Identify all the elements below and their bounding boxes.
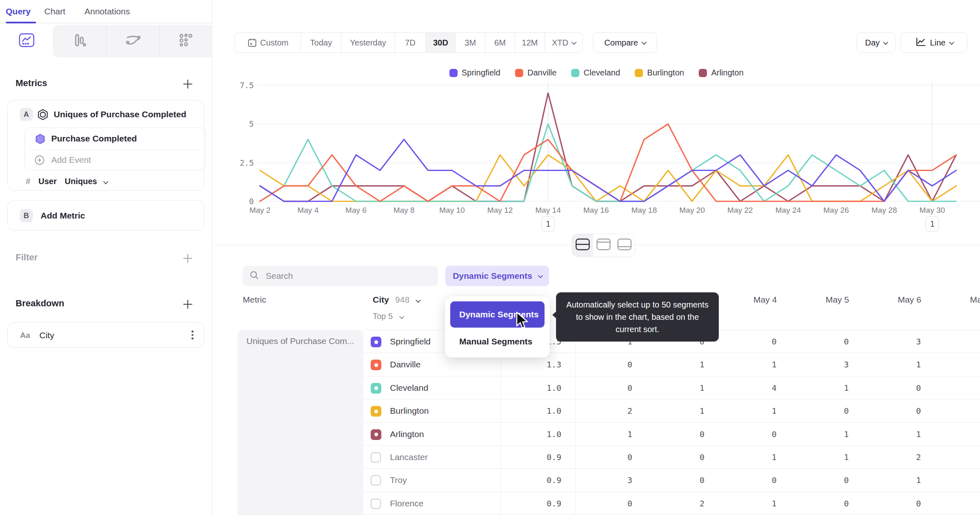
cell-value: 1 (666, 399, 738, 422)
chart-type-bar-tab[interactable] (53, 25, 106, 57)
avg-value: 0.9 (516, 492, 561, 515)
checkbox-unchecked[interactable] (371, 475, 381, 485)
table-row-troy: Troy0.930001 (213, 469, 980, 492)
checkbox-unchecked[interactable] (371, 499, 381, 509)
cell-value: 0 (738, 423, 810, 446)
cell-value: 0 (666, 446, 738, 469)
avg-value: 0.9 (516, 469, 561, 492)
cell-value: 0 (810, 469, 882, 492)
metric-card-a[interactable]: A Uniques of Purchase Completed Purchase… (7, 100, 204, 191)
table-row-burlington: Burlington1.021100 (213, 399, 980, 422)
cell-value: 2 (882, 446, 955, 469)
avg-value: 1.0 (516, 399, 561, 422)
cell-value: 3 (810, 353, 882, 376)
query-sidebar: Query Chart Annotations Metrics A Unique… (0, 0, 212, 515)
checkbox-checked[interactable] (371, 383, 381, 394)
cell-value: 1 (738, 399, 810, 422)
add-metric-plus-button[interactable] (182, 79, 193, 89)
event-hexagon-icon (35, 134, 46, 146)
avg-value: 1.0 (516, 376, 561, 399)
kebab-menu-icon[interactable] (191, 330, 194, 340)
table-row-lancaster: Lancaster0.900112 (213, 446, 980, 469)
chart-type-flow-tab[interactable] (106, 25, 159, 57)
table-row-florence: Florence0.902100 (213, 492, 980, 515)
cell-value: 0 (594, 376, 666, 399)
text-property-icon: Aa (20, 323, 30, 348)
checkbox-unchecked[interactable] (371, 452, 381, 463)
checkbox-checked[interactable] (371, 429, 381, 440)
cell-value: 3 (594, 469, 666, 492)
tooltip-text: Automatically select up to 50 segments t… (566, 300, 709, 334)
hash-icon: # (26, 177, 30, 186)
cell-value: 2 (666, 492, 738, 515)
tab-annotations[interactable]: Annotations (84, 0, 130, 23)
breakdown-city-card[interactable]: Aa City (7, 322, 204, 348)
segments-table: Springfield1.510003Danville1.301131Cleve… (213, 0, 980, 515)
cell-value: 0 (810, 492, 882, 515)
chart-type-line-tab[interactable] (0, 25, 53, 57)
bar-chart-icon (71, 32, 88, 50)
segment-name: Cleveland (390, 376, 428, 399)
cell-value: 0 (738, 469, 810, 492)
chart-type-scatter-tab[interactable] (159, 25, 212, 57)
chart-panel: CustomTodayYesterday7D30D3M6M12MXTD Comp… (213, 0, 980, 515)
cell-value: 0 (594, 353, 666, 376)
cell-value: 0 (594, 446, 666, 469)
table-row-arlington: Arlington1.010011 (213, 423, 980, 446)
line-chart-icon (18, 32, 35, 50)
cell-value: 1 (666, 353, 738, 376)
checkbox-checked[interactable] (371, 337, 381, 347)
menu-item-manual-segments[interactable]: Manual Segments (450, 331, 545, 352)
metric-a-title: Uniques of Purchase Completed (54, 108, 186, 121)
cell-value: 0 (882, 492, 955, 515)
add-metric-button[interactable]: Add Metric (41, 201, 85, 231)
filter-section-title: Filter (16, 252, 38, 263)
checkbox-checked[interactable] (371, 406, 381, 417)
tab-annotations-label: Annotations (84, 7, 130, 16)
checkbox-dot (374, 363, 378, 367)
top-nav: Query Chart Annotations (0, 0, 212, 23)
chevron-down-icon (103, 179, 109, 185)
event-block[interactable]: Purchase Completed Add Event (25, 128, 206, 170)
add-event-button[interactable]: Add Event (51, 149, 91, 171)
segments-tooltip: Automatically select up to 50 segments t… (556, 292, 719, 342)
measure-selector[interactable]: # User Uniques (26, 174, 198, 188)
segment-name: Danville (390, 353, 421, 376)
cell-value: 1 (810, 446, 882, 469)
cell-value: 1 (738, 492, 810, 515)
tab-chart-label: Chart (44, 7, 65, 16)
avg-value: 0.9 (516, 446, 561, 469)
add-breakdown-plus-button[interactable] (182, 299, 193, 310)
active-tab-underline (6, 22, 36, 23)
tab-query-label: Query (6, 7, 31, 16)
avg-value: 1.0 (516, 423, 561, 446)
cell-value: 1 (666, 376, 738, 399)
chart-type-strip (0, 25, 212, 57)
cell-value: 0 (810, 330, 882, 353)
tab-chart[interactable]: Chart (44, 0, 65, 23)
flow-icon (125, 32, 141, 50)
cell-value: 0 (666, 423, 738, 446)
add-filter-plus-button[interactable] (182, 253, 193, 264)
cell-value: 1 (594, 423, 666, 446)
table-row-cleveland: Cleveland1.001410 (213, 376, 980, 399)
tab-query[interactable]: Query (6, 0, 31, 23)
breakdown-property-label: City (39, 323, 54, 348)
measure-type-label: Uniques (65, 177, 97, 186)
cell-value: 0 (738, 330, 810, 353)
cell-value: 0 (882, 376, 955, 399)
menu-item-dynamic-segments[interactable]: Dynamic Segments (450, 301, 545, 328)
checkbox-checked[interactable] (371, 360, 381, 370)
metric-hexagon-icon (37, 109, 49, 123)
cell-value: 0 (594, 492, 666, 515)
event-name[interactable]: Purchase Completed (51, 128, 137, 149)
checkbox-dot (374, 410, 378, 413)
metric-card-b[interactable]: B Add Metric (7, 200, 204, 230)
segment-name: Springfield (390, 330, 431, 353)
cell-value: 3 (882, 330, 955, 353)
checkbox-dot (374, 340, 378, 344)
cell-value: 1 (810, 423, 882, 446)
cell-value: 0 (666, 469, 738, 492)
cell-value: 0 (882, 399, 955, 422)
cell-value: 1 (810, 376, 882, 399)
